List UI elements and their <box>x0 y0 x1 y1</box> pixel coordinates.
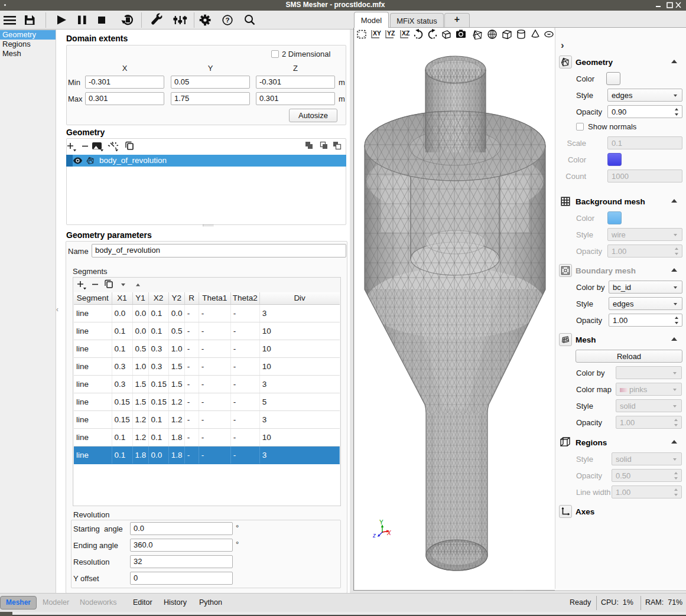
svg-text:z: z <box>372 532 376 539</box>
svg-text:XZ: XZ <box>402 30 410 37</box>
svg-text:?: ? <box>225 17 229 24</box>
svg-text:XY: XY <box>373 30 381 37</box>
svg-text:Y: Y <box>379 519 383 526</box>
svg-text:X: X <box>386 530 391 536</box>
svg-text:YZ: YZ <box>387 30 395 37</box>
